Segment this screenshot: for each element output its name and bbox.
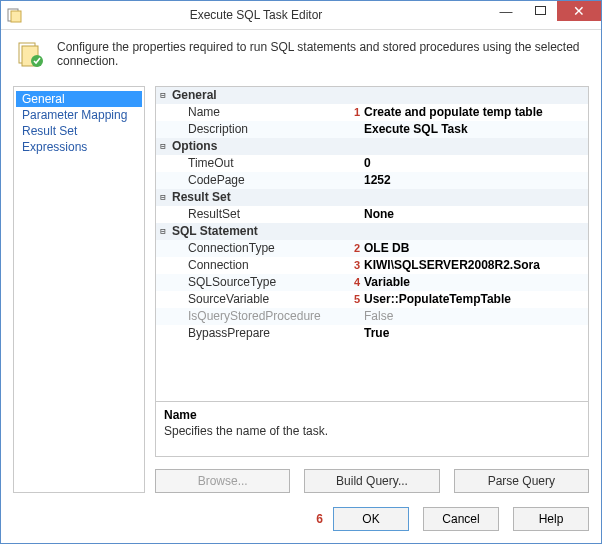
description-title: Name (164, 408, 580, 422)
query-buttons-row: Browse... Build Query... Parse Query (155, 469, 589, 493)
titlebar: Execute SQL Task Editor — ✕ (1, 1, 601, 30)
prop-row-bypassprepare[interactable]: BypassPrepareTrue (156, 325, 588, 342)
prop-value[interactable]: None (362, 206, 588, 223)
prop-row-connection[interactable]: Connection3KIWI\SQLSERVER2008R2.Sora (156, 257, 588, 274)
annotation-marker-6: 6 (316, 512, 323, 526)
prop-value[interactable]: KIWI\SQLSERVER2008R2.Sora (362, 257, 588, 274)
prop-value[interactable]: False (362, 308, 588, 325)
right-column: ⊟GeneralName1Create and populate temp ta… (155, 86, 589, 493)
prop-value[interactable]: 0 (362, 155, 588, 172)
prop-value[interactable]: True (362, 325, 588, 342)
prop-row-description[interactable]: DescriptionExecute SQL Task (156, 121, 588, 138)
collapse-icon[interactable]: ⊟ (156, 223, 170, 240)
annotation-marker: 1 (348, 104, 362, 121)
nav-item-parameter-mapping[interactable]: Parameter Mapping (16, 107, 142, 123)
prop-value[interactable]: User::PopulateTempTable (362, 291, 588, 308)
window-controls: — ✕ (489, 1, 601, 29)
nav-item-result-set[interactable]: Result Set (16, 123, 142, 139)
collapse-icon[interactable]: ⊟ (156, 138, 170, 155)
category-label: Options (170, 138, 332, 155)
category-label: Result Set (170, 189, 332, 206)
help-button[interactable]: Help (513, 507, 589, 531)
annotation-marker: 3 (348, 257, 362, 274)
ok-button[interactable]: OK (333, 507, 409, 531)
prop-row-sourcevariable[interactable]: SourceVariable5User::PopulateTempTable (156, 291, 588, 308)
parse-query-button[interactable]: Parse Query (454, 469, 589, 493)
prop-label: IsQueryStoredProcedure (170, 308, 348, 325)
svg-rect-2 (535, 7, 545, 15)
prop-value[interactable]: OLE DB (362, 240, 588, 257)
collapse-icon[interactable]: ⊟ (156, 189, 170, 206)
body-area: GeneralParameter MappingResult SetExpres… (1, 82, 601, 493)
prop-label: BypassPrepare (170, 325, 348, 342)
category-options[interactable]: ⊟Options (156, 138, 588, 155)
prop-row-connectiontype[interactable]: ConnectionType2OLE DB (156, 240, 588, 257)
prop-row-sqlsourcetype[interactable]: SQLSourceType4Variable (156, 274, 588, 291)
header-description-text: Configure the properties required to run… (57, 40, 585, 68)
prop-label: TimeOut (170, 155, 348, 172)
cancel-button[interactable]: Cancel (423, 507, 499, 531)
maximize-button[interactable] (523, 1, 557, 21)
category-label: SQL Statement (170, 223, 332, 240)
nav-item-expressions[interactable]: Expressions (16, 139, 142, 155)
prop-value[interactable]: Variable (362, 274, 588, 291)
editor-window: Execute SQL Task Editor — ✕ Configure th… (0, 0, 602, 544)
prop-row-codepage[interactable]: CodePage1252 (156, 172, 588, 189)
header-description: Configure the properties required to run… (1, 30, 601, 82)
prop-row-name[interactable]: Name1Create and populate temp table (156, 104, 588, 121)
browse-button[interactable]: Browse... (155, 469, 290, 493)
annotation-marker: 2 (348, 240, 362, 257)
prop-row-isquerystoredprocedure[interactable]: IsQueryStoredProcedureFalse (156, 308, 588, 325)
prop-label: ConnectionType (170, 240, 348, 257)
prop-label: Name (170, 104, 348, 121)
nav-item-general[interactable]: General (16, 91, 142, 107)
svg-rect-1 (11, 11, 21, 22)
prop-label: Description (170, 121, 348, 138)
prop-label: CodePage (170, 172, 348, 189)
description-text: Specifies the name of the task. (164, 424, 580, 438)
prop-row-resultset[interactable]: ResultSetNone (156, 206, 588, 223)
app-icon (7, 7, 23, 23)
prop-value[interactable]: 1252 (362, 172, 588, 189)
description-panel: Name Specifies the name of the task. (155, 402, 589, 457)
annotation-marker: 4 (348, 274, 362, 291)
prop-value[interactable]: Create and populate temp table (362, 104, 588, 121)
prop-label: ResultSet (170, 206, 348, 223)
close-button[interactable]: ✕ (557, 1, 601, 21)
prop-value[interactable]: Execute SQL Task (362, 121, 588, 138)
minimize-button[interactable]: — (489, 1, 523, 21)
prop-row-timeout[interactable]: TimeOut0 (156, 155, 588, 172)
prop-label: SQLSourceType (170, 274, 348, 291)
category-sql-statement[interactable]: ⊟SQL Statement (156, 223, 588, 240)
annotation-marker: 5 (348, 291, 362, 308)
prop-label: Connection (170, 257, 348, 274)
window-title: Execute SQL Task Editor (23, 8, 489, 22)
category-label: General (170, 87, 332, 104)
category-result-set[interactable]: ⊟Result Set (156, 189, 588, 206)
property-grid: ⊟GeneralName1Create and populate temp ta… (155, 86, 589, 402)
build-query-button[interactable]: Build Query... (304, 469, 439, 493)
task-icon (17, 40, 45, 68)
dialog-buttons-row: 6 OK Cancel Help (1, 493, 601, 543)
prop-label: SourceVariable (170, 291, 348, 308)
nav-panel: GeneralParameter MappingResult SetExpres… (13, 86, 145, 493)
category-general[interactable]: ⊟General (156, 87, 588, 104)
collapse-icon[interactable]: ⊟ (156, 87, 170, 104)
